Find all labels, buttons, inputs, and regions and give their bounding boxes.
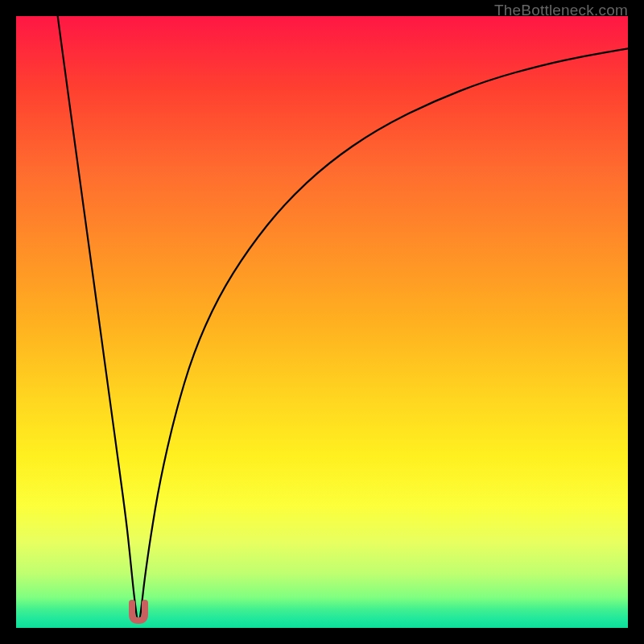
- curve-plot: [16, 16, 628, 628]
- u-marker-icon: [129, 600, 148, 624]
- curve-line: [58, 16, 628, 621]
- bottleneck-chart: [16, 16, 628, 628]
- u-shape: [132, 603, 145, 621]
